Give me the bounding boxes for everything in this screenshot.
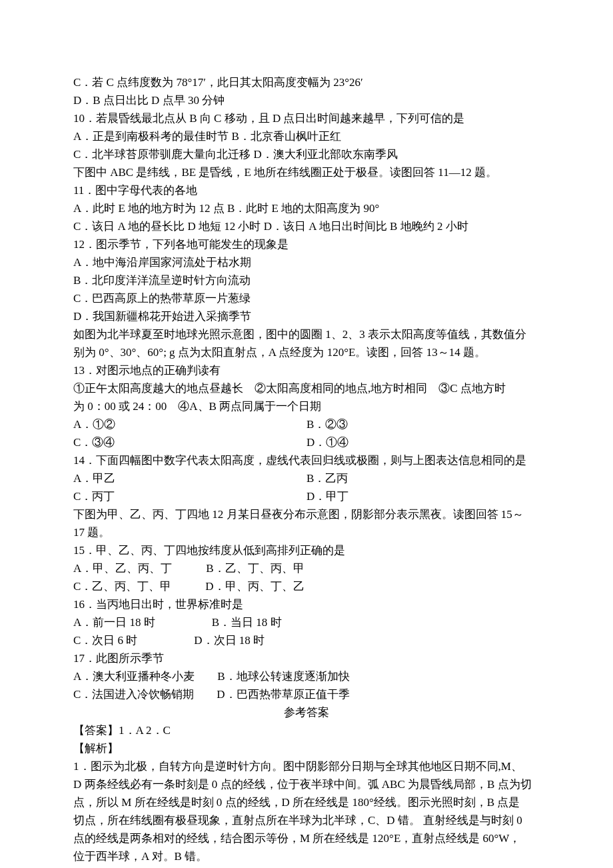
q12-option-a: A．地中海沿岸国家河流处于枯水期 bbox=[73, 253, 540, 271]
explain-line-1: 1．图示为北极，自转方向是逆时针方向。图中阴影部分日期与全球其他地区日期不同,M… bbox=[73, 757, 540, 775]
q16-option-cd: C．次日 6 时 D．次日 18 时 bbox=[73, 631, 540, 649]
q14-option-c: C．丙丁 bbox=[73, 487, 306, 505]
q13-statements-1: ①正午太阳高度越大的地点昼越长 ②太阳高度相同的地点,地方时相同 ③C 点地方时 bbox=[73, 379, 540, 397]
q11-stem: 11．图中字母代表的各地 bbox=[73, 181, 540, 199]
q9-option-d: D．B 点日出比 D 点早 30 分钟 bbox=[73, 91, 540, 109]
q12-stem: 12．图示季节，下列各地可能发生的现象是 bbox=[73, 235, 540, 253]
explain-line-4: 切点，所在纬线圈有极昼现象，直射点所在半球为北半球，C、D 错。 直射经线是与时… bbox=[73, 811, 540, 829]
answer-title: 参考答案 bbox=[73, 703, 540, 721]
page-content: C．若 C 点纬度数为 78°17′，此日其太阳高度变幅为 23°26′ D．B… bbox=[0, 0, 613, 868]
q16-stem: 16．当丙地日出时，世界标准时是 bbox=[73, 595, 540, 613]
q15-option-ab: A．甲、乙、丙、丁 B．乙、丁、丙、甲 bbox=[73, 559, 540, 577]
explain-line-6: 位于西半球，A 对。B 错。 bbox=[73, 847, 540, 865]
q13-statements-2: 为 0：00 或 24：00 ④A、B 两点同属于一个日期 bbox=[73, 397, 540, 415]
q14-stem: 14．下面四幅图中数字代表太阳高度，虚线代表回归线或极圈，则与上图表达信息相同的… bbox=[73, 451, 540, 469]
q14-option-d: D．甲丁 bbox=[306, 487, 540, 505]
q17-stem: 17．此图所示季节 bbox=[73, 649, 540, 667]
q13-option-d: D．①④ bbox=[306, 433, 540, 451]
answer-line-2: 【解析】 bbox=[73, 739, 540, 757]
q14-option-a: A．甲乙 bbox=[73, 469, 306, 487]
explain-line-5: 点的经线是两条相对的经线，结合图示等份，M 所在经线是 120°E，直射点经线是… bbox=[73, 829, 540, 847]
q13-option-b: B．②③ bbox=[306, 415, 540, 433]
q12-option-b: B．北印度洋洋流呈逆时针方向流动 bbox=[73, 271, 540, 289]
intro-13-14-b: 别为 0°、30°、60°; g 点为太阳直射点，A 点经度为 120°E。读图… bbox=[73, 343, 540, 361]
q15-option-cd: C．乙、丙、丁、甲 D．甲、丙、丁、乙 bbox=[73, 577, 540, 595]
q14-option-b: B．乙丙 bbox=[306, 469, 540, 487]
q13-option-c: C．③④ bbox=[73, 433, 306, 451]
q11-option-cd: C．该日 A 地的昼长比 D 地短 12 小时 D．该日 A 地日出时间比 B … bbox=[73, 217, 540, 235]
q13-option-a: A．①② bbox=[73, 415, 306, 433]
q11-option-ab: A．此时 E 地的地方时为 12 点 B．此时 E 地的太阳高度为 90° bbox=[73, 199, 540, 217]
q12-option-d: D．我国新疆棉花开始进入采摘季节 bbox=[73, 307, 540, 325]
intro-15-17-a: 下图为甲、乙、丙、丁四地 12 月某日昼夜分布示意图，阴影部分表示黑夜。读图回答… bbox=[73, 505, 540, 523]
intro-13-14-a: 如图为北半球夏至时地球光照示意图，图中的圆圈 1、2、3 表示太阳高度等值线，其… bbox=[73, 325, 540, 343]
intro-15-17-b: 17 题。 bbox=[73, 523, 540, 541]
q17-option-cd: C．法国进入冷饮畅销期 D．巴西热带草原正值干季 bbox=[73, 685, 540, 703]
q17-option-ab: A．澳大利亚播种冬小麦 B．地球公转速度逐渐加快 bbox=[73, 667, 540, 685]
q10-option-ab: A．正是到南极科考的最佳时节 B．北京香山枫叶正红 bbox=[73, 127, 540, 145]
intro-11-12: 下图中 ABC 是纬线，BE 是昏线，E 地所在纬线圈正处于极昼。读图回答 11… bbox=[73, 163, 540, 181]
q9-option-c: C．若 C 点纬度数为 78°17′，此日其太阳高度变幅为 23°26′ bbox=[73, 73, 540, 91]
q10-option-cd: C．北半球苔原带驯鹿大量向北迁移 D．澳大利亚北部吹东南季风 bbox=[73, 145, 540, 163]
q10-stem: 10．若晨昏线最北点从 B 向 C 移动，且 D 点日出时间越来越早，下列可信的… bbox=[73, 109, 540, 127]
q13-stem: 13．对图示地点的正确判读有 bbox=[73, 361, 540, 379]
explain-line-3: 点，所以 M 所在经线是时刻 0 点的经线，D 所在经线是 180°经线。图示光… bbox=[73, 793, 540, 811]
q12-option-c: C．巴西高原上的热带草原一片葱绿 bbox=[73, 289, 540, 307]
explain-line-2: D 两条经线必有一条时刻是 0 点的经线，位于夜半球中间。弧 ABC 为晨昏线局… bbox=[73, 775, 540, 793]
q16-option-ab: A．前一日 18 时 B．当日 18 时 bbox=[73, 613, 540, 631]
answer-line-1: 【答案】1．A 2．C bbox=[73, 721, 540, 739]
q15-stem: 15．甲、乙、丙、丁四地按纬度从低到高排列正确的是 bbox=[73, 541, 540, 559]
